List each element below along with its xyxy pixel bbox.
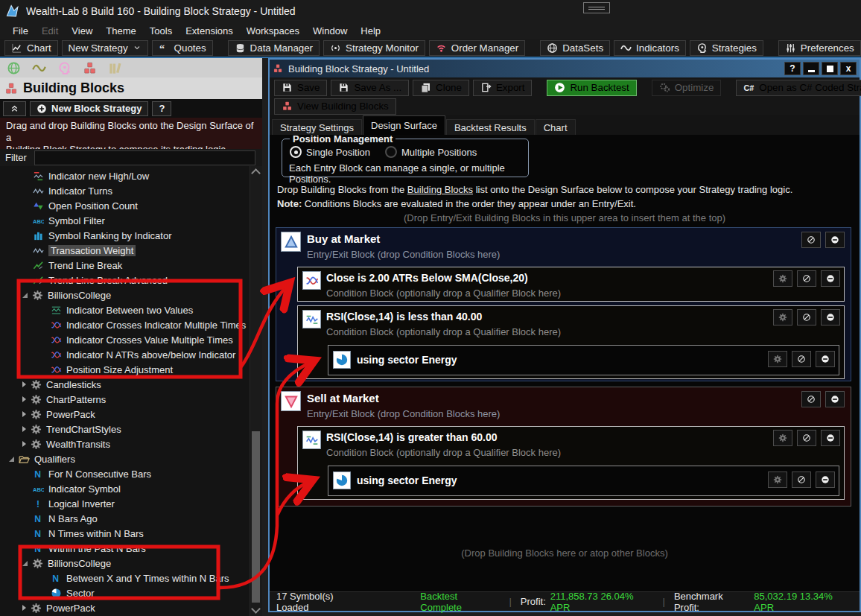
minus-button[interactable] [821,309,840,326]
minus-button[interactable] [825,391,845,407]
menu-tools[interactable]: Tools [143,24,179,38]
tree-item-trendchartstyles[interactable]: TrendChartStyles [0,422,262,436]
tree-item-indicator-crosses-indicator-multiple-times[interactable]: Indicator Crosses Indicator Multiple Tim… [0,317,262,332]
data-manager-button[interactable]: Data Manager [228,40,320,56]
menu-window[interactable]: Window [306,24,354,38]
collapse-arrow-icon[interactable] [22,561,28,566]
expand-arrow-icon[interactable] [22,441,26,447]
datasets-button[interactable]: DataSets [540,40,610,56]
optimize-button[interactable]: Optimize [652,80,722,96]
minus-button[interactable] [825,232,845,248]
slash-button[interactable] [801,232,821,248]
menu-extensions[interactable]: Extensions [179,24,240,38]
expand-arrow-icon[interactable] [22,381,26,387]
tree-item-qualifiers[interactable]: Qualifiers [0,451,262,466]
collapse-all-button[interactable] [3,101,26,116]
minus-button[interactable] [821,430,840,446]
scroll-up-icon[interactable] [250,166,261,178]
tree-item-indicator-turns[interactable]: Indicator Turns [0,183,262,198]
run-backtest-button[interactable]: Run Backtest [547,80,636,96]
tree-item-indicator-new-high-low[interactable]: Indicator new High/Low [0,168,262,183]
slash-button[interactable] [797,309,816,326]
tree-item-within-the-past-n-bars[interactable]: NWithin the Past N Bars [0,541,262,556]
preferences-button[interactable]: Preferences [778,40,861,56]
tree-item-powerpack[interactable]: PowerPack [0,407,262,422]
tree-item-position-size-adjustment[interactable]: Position Size Adjustment [0,362,262,377]
single-position-radio[interactable]: Single Position [290,146,370,158]
tab-backtest-results[interactable]: Backtest Results [446,119,535,135]
collapse-arrow-icon[interactable] [9,457,14,462]
tab-strategy-settings[interactable]: Strategy Settings [272,119,362,135]
expand-arrow-icon[interactable] [22,411,26,417]
tree-item-indicator-symbol[interactable]: ABCIndicator Symbol [0,481,262,496]
new-block-strategy-button[interactable]: New Block Strategy [30,101,148,116]
menu-file[interactable]: File [6,24,35,38]
menu-theme[interactable]: Theme [99,24,142,38]
minus-button[interactable] [816,351,835,367]
tree-item-between-x-and-y-times-within-n-bars[interactable]: NBetween X and Y Times within N Bars [0,571,262,585]
clone-button[interactable]: Clone [413,80,469,96]
save-as-button[interactable]: Save As ... [331,80,409,96]
menu-help[interactable]: Help [354,24,387,38]
gear-button[interactable] [773,309,792,326]
order-manager-button[interactable]: Order Manager [429,40,525,56]
tree-item-n-bars-ago[interactable]: NN Bars Ago [0,511,262,526]
tree-item-logical-inverter[interactable]: !Logical Inverter [0,496,262,511]
tree-item-for-n-consecutive-bars[interactable]: NFor N Consecutive Bars [0,466,262,481]
globe-icon[interactable] [7,61,21,75]
tree-item-n-times-within-n-bars[interactable]: NN Times within N Bars [0,526,262,541]
slash-button[interactable] [792,351,811,367]
tree-item-billionscollege[interactable]: BillionsCollege [0,288,262,302]
tree-scrollbar[interactable] [250,166,262,616]
tree-item-sector[interactable]: Sector [0,585,262,600]
gear-button[interactable] [773,430,792,446]
minimize-button[interactable] [803,62,819,75]
tree-item-symbol-filter[interactable]: ABCSymbol Filter [0,213,262,228]
tab-design-surface[interactable]: Design Surface [363,115,445,135]
slash-button[interactable] [797,430,816,446]
qualifier-block[interactable]: using sector Energy [328,345,839,375]
tree-item-indicator-n-atrs-above-below-indicator[interactable]: Indicator N ATRs above/below Indicator [0,347,262,362]
buy-at-market-block[interactable]: Buy at MarketEntry/Exit Block (drop Cond… [276,227,851,381]
scrollbar-thumb[interactable] [252,431,260,603]
save-button[interactable]: Save [274,80,327,96]
collapse-arrow-icon[interactable] [22,293,28,298]
head-icon[interactable] [57,61,72,75]
indicators-button[interactable]: Indicators [614,40,686,56]
tree-item-powerpack[interactable]: PowerPack [0,600,262,615]
condition-block[interactable]: RSI(Close,14) is greater than 60.00Condi… [297,426,845,500]
slash-button[interactable] [792,471,811,488]
window-help-button[interactable]: ? [784,62,801,75]
strategy-monitor-button[interactable]: Strategy Monitor [323,40,425,56]
tree-item-transaction-weight[interactable]: Transaction Weight [0,243,262,258]
tree-item-symbol-ranking-by-indicator[interactable]: Symbol Ranking by Indicator [0,228,262,243]
strategies-button[interactable]: Strategies [690,40,763,56]
tree-item-billionscollege[interactable]: BillionsCollege [0,556,262,571]
quotes-button[interactable]: “Quotes [152,40,213,56]
chart-button[interactable]: Chart [4,40,58,56]
menu-edit[interactable]: Edit [35,24,65,38]
condition-block[interactable]: RSI(Close,14) is less than 40.00Conditio… [297,305,845,379]
multiple-positions-radio[interactable]: Multiple Positions [385,146,477,158]
gear-button[interactable] [773,270,792,287]
expand-arrow-icon[interactable] [22,605,26,611]
tree-item-trend-line-break[interactable]: Trend Line Break [0,258,262,273]
tree-item-trend-line-break-advanced[interactable]: Trend Line Break Advanced [0,273,262,288]
building-blocks-link[interactable]: Building Blocks [407,184,473,195]
tree-item-chartpatterns[interactable]: ChartPatterns [0,392,262,407]
expand-arrow-icon[interactable] [22,396,26,402]
slash-button[interactable] [797,270,816,287]
tree-item-indicator-between-two-values[interactable]: Indicator Between two Values [0,302,262,317]
tree-item-wealthtransits[interactable]: WealthTransits [0,436,262,451]
export-button[interactable]: Export [473,80,533,96]
new-strategy-button[interactable]: New Strategy [62,40,148,56]
filter-input[interactable] [34,150,255,165]
wave-icon[interactable] [32,61,46,75]
close-button[interactable]: x [840,62,857,75]
minus-button[interactable] [816,471,835,488]
menu-workspaces[interactable]: Workspaces [240,24,306,38]
view-building-blocks-button[interactable]: View Building Blocks [274,98,396,115]
books-icon[interactable] [108,61,122,75]
expand-arrow-icon[interactable] [22,426,26,432]
blocks-icon[interactable] [83,61,97,75]
